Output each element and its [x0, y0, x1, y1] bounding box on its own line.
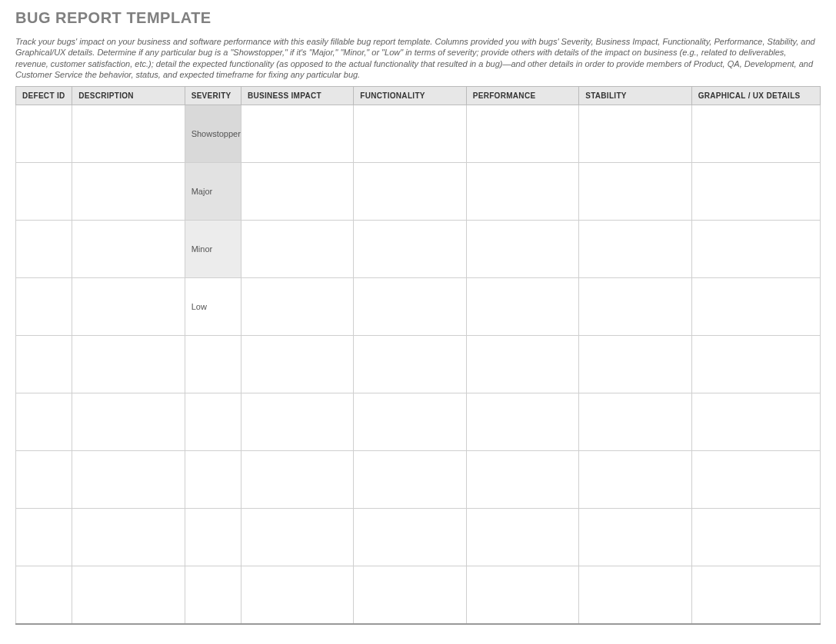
- cell-stability[interactable]: [579, 393, 691, 451]
- bug-report-table: DEFECT ID DESCRIPTION SEVERITY BUSINESS …: [15, 86, 821, 625]
- cell-business-impact[interactable]: [241, 221, 353, 278]
- cell-defect-id[interactable]: [16, 163, 72, 221]
- col-description: DESCRIPTION: [72, 87, 185, 105]
- cell-description[interactable]: [72, 221, 185, 278]
- cell-severity[interactable]: Major: [185, 163, 241, 221]
- cell-performance[interactable]: [466, 566, 578, 624]
- cell-business-impact[interactable]: [241, 451, 353, 509]
- cell-severity[interactable]: Low: [185, 278, 241, 336]
- col-performance: PERFORMANCE: [466, 87, 578, 105]
- cell-performance[interactable]: [466, 336, 578, 393]
- cell-stability[interactable]: [579, 221, 691, 278]
- cell-performance[interactable]: [466, 278, 578, 336]
- page-title: BUG REPORT TEMPLATE: [15, 9, 821, 27]
- table-row: Showstopper: [16, 105, 821, 163]
- cell-ux[interactable]: [691, 566, 820, 624]
- cell-severity[interactable]: [185, 566, 241, 624]
- cell-ux[interactable]: [691, 278, 820, 336]
- cell-severity[interactable]: [185, 509, 241, 566]
- cell-functionality[interactable]: [354, 336, 466, 393]
- cell-functionality[interactable]: [354, 451, 466, 509]
- cell-description[interactable]: [72, 393, 185, 451]
- cell-performance[interactable]: [466, 163, 578, 221]
- cell-severity[interactable]: Showstopper: [185, 105, 241, 163]
- col-defect-id: DEFECT ID: [16, 87, 72, 105]
- table-row: Minor: [16, 221, 821, 278]
- col-stability: STABILITY: [579, 87, 691, 105]
- table-row: [16, 393, 821, 451]
- cell-stability[interactable]: [579, 336, 691, 393]
- cell-functionality[interactable]: [354, 393, 466, 451]
- cell-performance[interactable]: [466, 393, 578, 451]
- cell-defect-id[interactable]: [16, 451, 72, 509]
- cell-functionality[interactable]: [354, 278, 466, 336]
- cell-functionality[interactable]: [354, 163, 466, 221]
- cell-severity[interactable]: [185, 451, 241, 509]
- table-row: [16, 509, 821, 566]
- cell-ux[interactable]: [691, 393, 820, 451]
- cell-description[interactable]: [72, 451, 185, 509]
- cell-severity[interactable]: Minor: [185, 221, 241, 278]
- cell-business-impact[interactable]: [241, 566, 353, 624]
- cell-stability[interactable]: [579, 163, 691, 221]
- table-row: [16, 451, 821, 509]
- col-functionality: FUNCTIONALITY: [354, 87, 466, 105]
- cell-business-impact[interactable]: [241, 278, 353, 336]
- cell-defect-id[interactable]: [16, 221, 72, 278]
- cell-ux[interactable]: [691, 163, 820, 221]
- cell-business-impact[interactable]: [241, 393, 353, 451]
- cell-ux[interactable]: [691, 105, 820, 163]
- table-row: [16, 336, 821, 393]
- table-row: Low: [16, 278, 821, 336]
- cell-stability[interactable]: [579, 451, 691, 509]
- cell-stability[interactable]: [579, 509, 691, 566]
- cell-performance[interactable]: [466, 105, 578, 163]
- cell-description[interactable]: [72, 509, 185, 566]
- cell-ux[interactable]: [691, 221, 820, 278]
- cell-performance[interactable]: [466, 451, 578, 509]
- cell-description[interactable]: [72, 163, 185, 221]
- cell-description[interactable]: [72, 105, 185, 163]
- cell-business-impact[interactable]: [241, 105, 353, 163]
- cell-functionality[interactable]: [354, 105, 466, 163]
- cell-business-impact[interactable]: [241, 509, 353, 566]
- cell-ux[interactable]: [691, 336, 820, 393]
- cell-defect-id[interactable]: [16, 278, 72, 336]
- cell-performance[interactable]: [466, 509, 578, 566]
- cell-ux[interactable]: [691, 509, 820, 566]
- cell-defect-id[interactable]: [16, 509, 72, 566]
- cell-severity[interactable]: [185, 393, 241, 451]
- cell-defect-id[interactable]: [16, 336, 72, 393]
- col-business-impact: BUSINESS IMPACT: [241, 87, 353, 105]
- col-severity: SEVERITY: [185, 87, 241, 105]
- cell-business-impact[interactable]: [241, 336, 353, 393]
- cell-stability[interactable]: [579, 566, 691, 624]
- cell-description[interactable]: [72, 336, 185, 393]
- cell-stability[interactable]: [579, 105, 691, 163]
- cell-defect-id[interactable]: [16, 105, 72, 163]
- cell-functionality[interactable]: [354, 221, 466, 278]
- cell-defect-id[interactable]: [16, 566, 72, 624]
- cell-ux[interactable]: [691, 451, 820, 509]
- cell-functionality[interactable]: [354, 509, 466, 566]
- table-header-row: DEFECT ID DESCRIPTION SEVERITY BUSINESS …: [16, 87, 821, 105]
- cell-performance[interactable]: [466, 221, 578, 278]
- cell-severity[interactable]: [185, 336, 241, 393]
- table-row: Major: [16, 163, 821, 221]
- col-graphical-ux: GRAPHICAL / UX DETAILS: [691, 87, 820, 105]
- cell-defect-id[interactable]: [16, 393, 72, 451]
- cell-description[interactable]: [72, 566, 185, 624]
- cell-description[interactable]: [72, 278, 185, 336]
- table-row: [16, 566, 821, 624]
- page-description: Track your bugs' impact on your business…: [15, 36, 821, 80]
- cell-functionality[interactable]: [354, 566, 466, 624]
- cell-business-impact[interactable]: [241, 163, 353, 221]
- cell-stability[interactable]: [579, 278, 691, 336]
